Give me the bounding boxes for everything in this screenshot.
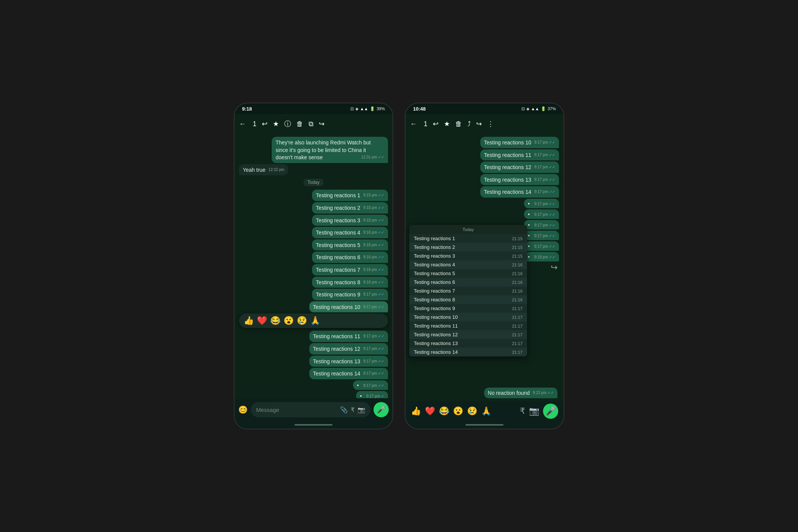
forward-icon-right-2[interactable]: ↪ (551, 263, 557, 272)
msg-time: 9:15 pm ✓✓ (363, 193, 384, 198)
mic-button-1[interactable]: 🎤 (374, 402, 389, 417)
dropdown-msg-12[interactable]: Testing reactions 12 21:17 (409, 330, 527, 339)
rupee-icon-2[interactable]: ₹ (520, 406, 525, 416)
msg-redmi-watch[interactable]: They're also launching Redmi Watch but s… (272, 137, 388, 163)
emoji-pray[interactable]: 🙏 (310, 316, 320, 326)
chat-area-1: They're also launching Redmi Watch but s… (234, 134, 393, 398)
camera-icon-2[interactable]: 📷 (529, 406, 539, 416)
msg-testing-3[interactable]: Testing reactions 3 9:15 pm ✓✓ (312, 215, 388, 226)
attachment-icon-1[interactable]: 📎 (340, 406, 348, 413)
msg-text: Testing reactions 7 (316, 267, 360, 273)
reply-button-1[interactable]: ↩ (262, 120, 268, 128)
dot-msg-2b[interactable]: • 9:17 pm ✓✓ (524, 209, 559, 219)
top-msg-10[interactable]: Testing reactions 10 9:17 pm ✓✓ (480, 137, 559, 148)
star-button-2[interactable]: ★ (444, 120, 450, 128)
msg-testing-5[interactable]: Testing reactions 5 9:16 pm ✓✓ (312, 239, 388, 251)
msg-testing-8[interactable]: Testing reactions 8 9:16 pm ✓✓ (312, 277, 388, 288)
msg-text: Testing reactions 12 (484, 164, 532, 170)
emoji-sad-2[interactable]: 😢 (467, 406, 477, 416)
msg-time: 12:32 pm (268, 167, 284, 173)
emoji-wow[interactable]: 😮 (283, 316, 294, 326)
dot-msg-2c[interactable]: • 9:17 pm ✓✓ (524, 220, 559, 230)
back-button-2[interactable]: ← (410, 120, 417, 128)
dot-msg-2a[interactable]: • 9:17 pm ✓✓ (524, 199, 559, 208)
no-reaction-time: 9:22 pm ✓✓ (533, 391, 554, 395)
dropdown-msg-8[interactable]: Testing reactions 8 21:16 (409, 295, 527, 304)
emoji-wow-2[interactable]: 😮 (453, 406, 463, 416)
emoji-reaction-bar-1[interactable]: 👍 ❤️ 😂 😮 😢 🙏 (239, 314, 388, 328)
emoji-thumbsup[interactable]: 👍 (244, 316, 254, 326)
msg-time: 9:17 pm ✓✓ (534, 140, 555, 145)
dropdown-msg-6[interactable]: Testing reactions 6 21:16 (409, 278, 527, 287)
share-button-2[interactable]: ⤴ (467, 120, 471, 128)
copy-button-1[interactable]: ⧉ (309, 120, 314, 128)
action-bar-1: ← 1 ↩ ★ ⓘ 🗑 ⧉ ↪ (234, 114, 393, 134)
forward-button-1[interactable]: ↪ (319, 120, 325, 128)
msg-testing-11[interactable]: Testing reactions 11 9:17 pm ✓✓ (309, 331, 388, 342)
top-msg-12[interactable]: Testing reactions 12 9:17 pm ✓✓ (480, 162, 559, 173)
emoji-pray-2[interactable]: 🙏 (481, 406, 491, 416)
rupee-icon-1[interactable]: ₹ (351, 406, 355, 413)
dropdown-msg-3[interactable]: Testing reactions 3 21:15 (409, 252, 527, 260)
phone-2: 10:48 ⊡ ◈ ▲▲ 🔋 37% ← 1 ↩ ★ 🗑 ⤴ ↪ ⋮ (405, 103, 564, 429)
msg-testing-4[interactable]: Testing reactions 4 9:16 pm ✓✓ (312, 227, 388, 238)
emoji-sad[interactable]: 😢 (297, 316, 307, 326)
msg-text: Testing reactions 3 (316, 217, 360, 223)
forward-button-2[interactable]: ↪ (476, 120, 482, 128)
chat-scroll-1[interactable]: They're also launching Redmi Watch but s… (234, 134, 393, 398)
emoji-input-icon-1[interactable]: 😊 (238, 405, 248, 414)
star-button-1[interactable]: ★ (273, 120, 279, 128)
delete-button-2[interactable]: 🗑 (455, 120, 462, 128)
dot-msg-1a[interactable]: • 9:17 pm ✓✓ (353, 380, 388, 390)
emoji-laugh[interactable]: 😂 (270, 316, 280, 326)
emoji-laugh-2[interactable]: 😂 (439, 406, 449, 416)
dropdown-msg-4[interactable]: Testing reactions 4 21:16 (409, 260, 527, 269)
dropdown-msg-11[interactable]: Testing reactions 11 21:17 (409, 321, 527, 330)
top-msg-11[interactable]: Testing reactions 11 9:17 pm ✓✓ (480, 149, 559, 161)
msg-yeah-true[interactable]: Yeah true 12:32 pm (239, 164, 288, 176)
dropdown-msg-1[interactable]: Testing reactions 1 21:15 (409, 234, 527, 243)
more-button-2[interactable]: ⋮ (487, 120, 494, 128)
emoji-heart-2[interactable]: ❤️ (425, 406, 435, 416)
no-reaction-msg[interactable]: No reaction found 9:22 pm ✓✓ (484, 388, 557, 398)
status-bar-1: 9:18 ⊡ ◈ ▲▲ 🔋 39% (234, 103, 393, 114)
selected-count-1: 1 (253, 120, 256, 128)
msg-testing-12[interactable]: Testing reactions 12 9:17 pm ✓✓ (309, 343, 388, 355)
dropdown-msg-2[interactable]: Testing reactions 2 21:15 (409, 243, 527, 252)
message-placeholder-1[interactable]: Message (256, 407, 337, 413)
delete-button-1[interactable]: 🗑 (296, 120, 303, 128)
emoji-heart[interactable]: ❤️ (257, 316, 267, 326)
dot-msg-2e[interactable]: • 9:17 pm ✓✓ (524, 241, 559, 251)
msg-testing-7[interactable]: Testing reactions 7 9:16 pm ✓✓ (312, 264, 388, 276)
msg-time: 12:31 pm ✓✓ (361, 155, 384, 160)
camera-icon-1[interactable]: 📷 (358, 406, 365, 413)
msg-testing-2[interactable]: Testing reactions 2 9:15 pm ✓✓ (312, 202, 388, 214)
emoji-thumbsup-2[interactable]: 👍 (411, 406, 421, 416)
msg-testing-1[interactable]: Testing reactions 1 9:15 pm ✓✓ (312, 190, 388, 201)
back-button-1[interactable]: ← (239, 120, 246, 128)
msg-testing-14[interactable]: Testing reactions 14 9:17 pm ✓✓ (309, 368, 388, 379)
dropdown-msg-10[interactable]: Testing reactions 10 21:17 (409, 313, 527, 321)
dropdown-msg-13[interactable]: Testing reactions 13 21:17 (409, 339, 527, 348)
msg-time: 9:16 pm ✓✓ (363, 267, 384, 272)
mic-button-2[interactable]: 🎤 (543, 404, 558, 419)
dot-msg-2d[interactable]: • 9:17 pm ✓✓ (524, 231, 559, 240)
reply-button-2[interactable]: ↩ (433, 120, 439, 128)
home-bar-1 (294, 424, 332, 426)
top-msg-13[interactable]: Testing reactions 13 9:17 pm ✓✓ (480, 174, 559, 185)
dot-msg-2f[interactable]: • 9:18 pm ✓✓ (524, 252, 559, 261)
message-input-1[interactable]: Message 📎 ₹ 📷 (251, 402, 370, 417)
dropdown-msg-14[interactable]: Testing reactions 14 21:17 (409, 348, 527, 356)
dropdown-msg-7[interactable]: Testing reactions 7 21:16 (409, 287, 527, 295)
msg-testing-9[interactable]: Testing reactions 9 9:17 pm ✓✓ (312, 289, 388, 300)
dot-msg-1b[interactable]: • 9:17 pm ✓ (356, 391, 388, 398)
dropdown-msg-5[interactable]: Testing reactions 5 21:16 (409, 269, 527, 278)
msg-testing-13[interactable]: Testing reactions 13 9:17 pm ✓✓ (309, 356, 388, 367)
msg-testing-6[interactable]: Testing reactions 6 9:16 pm ✓✓ (312, 252, 388, 263)
msg-text: Yeah true (243, 167, 265, 173)
msg-testing-10[interactable]: Testing reactions 10 9:17 pm ✓✓ (309, 301, 388, 313)
info-button-1[interactable]: ⓘ (284, 119, 291, 128)
top-msg-14[interactable]: Testing reactions 14 9:17 pm ✓✓ (480, 186, 559, 198)
dropdown-msg-9[interactable]: Testing reactions 9 21:17 (409, 304, 527, 313)
dropdown-panel-2[interactable]: Today Testing reactions 1 21:15 Testing … (409, 225, 527, 356)
